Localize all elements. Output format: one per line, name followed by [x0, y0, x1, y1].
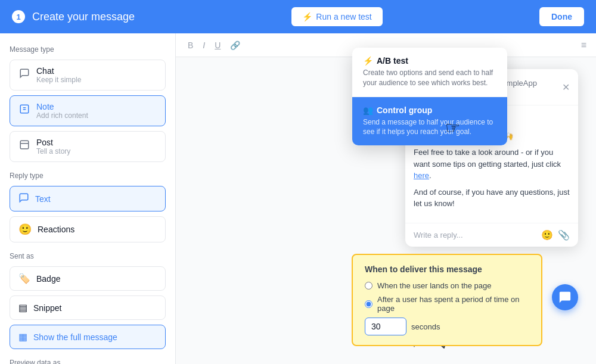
- page-title: Create your message: [32, 11, 135, 23]
- run-test-button[interactable]: ⚡ Run a new test: [291, 7, 382, 26]
- delivery-radio-1[interactable]: [365, 282, 372, 290]
- message-type-label: Message type: [10, 45, 166, 54]
- chat-message-4: And of course, if you have any questions…: [414, 186, 570, 210]
- run-test-label: Run a new test: [316, 12, 371, 21]
- text-label: Text: [35, 194, 51, 204]
- header-left: 1 Create your message: [12, 10, 135, 23]
- run-test-icon: ⚡: [302, 12, 312, 21]
- chat-reply-area: Write a reply... 🙂 📎: [405, 223, 578, 247]
- chat-reply-icons: 🙂 📎: [541, 229, 570, 241]
- post-icon: [18, 139, 30, 151]
- delivery-title: When to deliver this message: [365, 265, 529, 274]
- snippet-icon: ▤: [18, 302, 27, 313]
- chat-option-text: Chat Keep it simple: [36, 66, 81, 84]
- done-button[interactable]: Done: [539, 7, 584, 26]
- control-group-icon: 👥: [363, 105, 373, 115]
- ab-test-desc: Create two options and send each to half…: [363, 68, 496, 88]
- delivery-option-2: After a user has spent a period of time …: [365, 295, 529, 313]
- note-icon: [18, 103, 30, 115]
- message-type-post[interactable]: Post Tell a story: [10, 131, 166, 162]
- full-message-icon: ▦: [18, 331, 27, 343]
- chat-message-3: Feel free to take a look around - or if …: [414, 147, 570, 182]
- svg-rect-3: [20, 141, 29, 149]
- reactions-label: Reactions: [38, 225, 74, 234]
- note-option-text: Note Add rich content: [36, 102, 88, 120]
- dropdown-popup: ⚡ A/B test Create two options and send e…: [352, 48, 507, 145]
- toolbar-icon-4[interactable]: 🔗: [228, 38, 243, 52]
- attachment-icon[interactable]: 📎: [558, 229, 570, 241]
- ab-test-icon: ⚡: [363, 56, 373, 66]
- delivery-time-row: seconds: [365, 318, 529, 335]
- preview-data-label: Preview data as: [10, 359, 166, 364]
- sent-as-snippet[interactable]: ▤ Snippet: [10, 295, 166, 320]
- close-icon[interactable]: ✕: [562, 82, 570, 93]
- note-title: Note: [36, 102, 88, 111]
- control-group-desc: Send a message to half your audience to …: [363, 117, 496, 138]
- chat-title: Chat: [36, 66, 81, 76]
- toolbar-icon-3[interactable]: U: [212, 38, 223, 52]
- sent-as-label: Sent as: [10, 252, 166, 260]
- reply-type-reactions[interactable]: 🙂 Reactions: [10, 216, 166, 242]
- reply-type-label: Reply type: [10, 172, 166, 180]
- text-icon: [18, 192, 29, 205]
- toolbar-icon-1[interactable]: B: [185, 38, 195, 52]
- sent-as-badge[interactable]: 🏷️ Badge: [10, 266, 166, 291]
- badge-icon: 🏷️: [18, 273, 30, 284]
- delivery-radio-2[interactable]: [365, 300, 372, 308]
- snippet-label: Snippet: [33, 303, 61, 313]
- chat-icon: [18, 67, 30, 79]
- here-link[interactable]: here: [414, 171, 429, 180]
- chat-sub: Keep it simple: [36, 76, 81, 84]
- emoji-icon[interactable]: 🙂: [541, 229, 553, 241]
- sidebar: Message type Chat Keep it simple Note Ad…: [0, 33, 176, 364]
- delivery-seconds-label: seconds: [411, 322, 440, 331]
- main-layout: Message type Chat Keep it simple Note Ad…: [0, 33, 596, 364]
- delivery-panel: When to deliver this message When the us…: [352, 254, 542, 346]
- message-type-note[interactable]: Note Add rich content: [10, 95, 166, 126]
- post-option-text: Post Tell a story: [36, 138, 70, 155]
- post-title: Post: [36, 138, 70, 147]
- delivery-option-1: When the user lands on the page: [365, 281, 529, 290]
- chat-fab-button[interactable]: [552, 284, 578, 310]
- delivery-option-1-label: When the user lands on the page: [377, 281, 492, 290]
- sent-as-full-message[interactable]: ▦ Show the full message: [10, 325, 166, 349]
- toolbar-icon-2[interactable]: I: [200, 38, 207, 52]
- message-type-chat[interactable]: Chat Keep it simple: [10, 60, 166, 91]
- full-message-label: Show the full message: [33, 332, 117, 342]
- reply-placeholder[interactable]: Write a reply...: [414, 231, 541, 239]
- note-sub: Add rich content: [36, 111, 88, 120]
- dropdown-ab-test[interactable]: ⚡ A/B test Create two options and send e…: [352, 48, 507, 97]
- step-badge: 1: [12, 10, 25, 23]
- badge-label: Badge: [36, 274, 60, 284]
- post-sub: Tell a story: [36, 147, 70, 155]
- ab-test-title: ⚡ A/B test: [363, 56, 496, 66]
- delivery-option-2-label: After a user has spent a period of time …: [377, 295, 529, 313]
- dropdown-control-group[interactable]: 👥 Control group Send a message to half y…: [352, 97, 507, 146]
- header: 1 Create your message ⚡ Run a new test D…: [0, 0, 596, 33]
- delivery-time-input[interactable]: [365, 318, 406, 335]
- reply-type-text[interactable]: Text: [10, 186, 166, 211]
- menu-icon[interactable]: ≡: [581, 40, 586, 51]
- content-area: B I U 🔗 ≡ Daniel: [176, 33, 596, 364]
- reactions-icon: 🙂: [18, 223, 32, 236]
- control-group-title: 👥 Control group: [363, 105, 496, 115]
